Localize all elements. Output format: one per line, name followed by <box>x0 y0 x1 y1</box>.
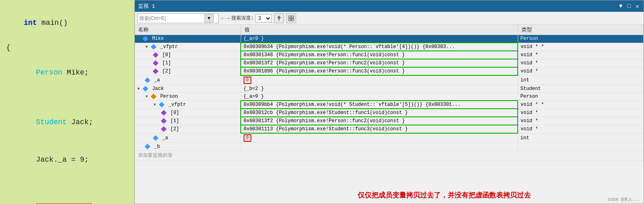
row-value[interactable]: 0x00309bb4 {Polymorphism.exe!void(* Stud… <box>241 101 518 109</box>
table-row[interactable]: _a 9 int <box>135 133 644 143</box>
node-icon <box>153 135 158 141</box>
code-line-4: Student Jack; <box>6 104 128 141</box>
watch-title: 监视 1 <box>138 2 155 10</box>
code-line-empty1 <box>6 91 128 104</box>
code-line-empty2 <box>6 178 128 191</box>
table-row[interactable]: [1] 0x003013f2 {Polymorphism.exe!Person:… <box>135 59 644 67</box>
node-icon <box>151 44 156 50</box>
expand-arrow[interactable]: ▼ <box>137 37 140 41</box>
node-icon <box>143 86 148 92</box>
row-type: int <box>518 133 644 143</box>
row-name: [0] <box>135 51 241 59</box>
table-row[interactable]: [2] 0x00301096 {Polymorphism.exe!Person:… <box>135 67 644 75</box>
keyword-int: int <box>24 19 37 27</box>
row-name: [2] <box>135 67 241 75</box>
row-type: void * <box>518 67 644 75</box>
nav-back-btn[interactable]: ← <box>221 15 224 22</box>
table-row[interactable]: [1] 0x003013f2 {Polymorphism.exe!Person:… <box>135 117 644 125</box>
row-name: _a <box>135 133 241 143</box>
row-name: ▼ Jack <box>135 85 241 93</box>
node-icon <box>153 52 158 58</box>
titlebar-controls: ▼ □ ✕ <box>618 3 640 10</box>
row-value[interactable]: 9 <box>241 75 518 85</box>
expand-arrow[interactable]: ▼ <box>145 45 148 49</box>
table-row[interactable]: ▼ Mike {_a=9 } Person <box>135 35 644 43</box>
code-line-1: int main() <box>6 4 128 42</box>
depth-label: 搜索深度: <box>231 15 254 22</box>
row-name: [1] <box>135 59 241 67</box>
table-row[interactable]: _a 9 int <box>135 75 644 85</box>
col-header-value: 值 <box>241 25 518 35</box>
row-name: ▼ Mike <box>135 35 241 43</box>
code-line-2: { <box>6 42 128 54</box>
row-value[interactable]: 0x00309b34 {Polymorphism.exe!void(* Pers… <box>241 43 518 51</box>
table-row[interactable]: ▼ Person {_a=9 } Person <box>135 93 644 101</box>
depth-select[interactable]: 3 1 2 4 5 <box>255 14 272 22</box>
row-type: Person <box>518 35 644 43</box>
table-row[interactable]: ▼ _vfptr 0x00309b34 {Polymorphism.exe!vo… <box>135 43 644 51</box>
row-type: int <box>518 75 644 85</box>
row-name: ▼ Person <box>135 93 241 101</box>
row-value[interactable]: 0x003013f2 {Polymorphism.exe!Person::fun… <box>241 59 518 67</box>
row-name: ▼ _vfptr <box>135 101 241 109</box>
row-type: void * <box>518 125 644 133</box>
svg-rect-4 <box>292 16 294 18</box>
node-icon <box>145 77 150 83</box>
add-watch-label[interactable]: 添加要监视的项 <box>135 151 644 160</box>
sdxn-tag: SSDN @本人... <box>608 196 641 202</box>
row-value[interactable]: 0x00301348 {Polymorphism.exe!Person::fun… <box>241 51 518 59</box>
table-row[interactable]: [0] 0x003012cb {Polymorphism.exe!Student… <box>135 109 644 117</box>
row-value[interactable]: {_a=9 } <box>241 93 518 101</box>
row-value[interactable]: 0x00301113 {Polymorphism.exe!Student::fu… <box>241 125 518 133</box>
row-value[interactable]: {_a=9 } <box>241 35 518 43</box>
row-type: void * <box>518 109 644 117</box>
watch-toolbar: ▼ ← → 搜索深度: 3 1 2 4 5 <box>135 12 644 25</box>
row-type: void * <box>518 51 644 59</box>
row-value[interactable]: 0x00301096 {Polymorphism.exe!Person::fun… <box>241 67 518 75</box>
code-panel: int main() { Person Mike; Student Jack; … <box>0 0 134 204</box>
search-dropdown-btn[interactable]: ▼ <box>204 14 213 22</box>
svg-rect-5 <box>289 19 291 21</box>
code-line-5: Jack._a = 9; <box>6 141 128 179</box>
expand-arrow[interactable]: ▼ <box>145 94 148 99</box>
node-icon <box>145 144 150 149</box>
search-box[interactable]: ▼ <box>137 13 219 23</box>
search-input[interactable] <box>139 15 204 21</box>
table-row[interactable]: ▼ Jack {_b=2 } Student <box>135 85 644 93</box>
grid-btn[interactable] <box>286 13 296 23</box>
row-type: void * * <box>518 101 644 109</box>
row-value[interactable] <box>241 143 518 151</box>
row-value[interactable]: 0x003012cb {Polymorphism.exe!Student::fu… <box>241 109 518 117</box>
add-watch-row[interactable]: 添加要监视的项 <box>135 151 644 160</box>
svg-rect-3 <box>289 16 291 18</box>
table-row[interactable]: _b <box>135 143 644 151</box>
watch-table: 名称 值 类型 ▼ Mike {_a=9 } Person <box>135 25 644 204</box>
col-header-name: 名称 <box>135 25 241 35</box>
code-line-3: Person Mike; <box>6 54 128 91</box>
table-row[interactable]: [2] 0x00301113 {Polymorphism.exe!Student… <box>135 125 644 133</box>
row-type: void * <box>518 117 644 125</box>
row-value[interactable]: {_b=2 } <box>241 85 518 93</box>
nav-forward-btn[interactable]: → <box>226 15 229 22</box>
node-icon <box>153 60 158 66</box>
row-name: [1] <box>135 117 241 125</box>
expand-arrow[interactable]: ▼ <box>154 103 156 107</box>
row-type: Person <box>518 93 644 101</box>
close-btn[interactable]: ✕ <box>635 3 640 10</box>
table-row[interactable]: ▼ _vfptr 0x00309bb4 {Polymorphism.exe!vo… <box>135 101 644 109</box>
row-name: _a <box>135 75 241 85</box>
row-value[interactable]: 9 <box>241 133 518 143</box>
row-name: [2] <box>135 125 241 133</box>
node-icon <box>143 36 148 42</box>
col-header-type: 类型 <box>518 25 644 35</box>
pin-btn[interactable] <box>274 13 284 23</box>
row-type: void * * <box>518 43 644 51</box>
restore-btn[interactable]: □ <box>626 3 632 9</box>
node-icon <box>153 68 158 74</box>
dropdown-btn[interactable]: ▼ <box>618 3 624 9</box>
row-value[interactable]: 0x003013f2 {Polymorphism.exe!Person::fun… <box>241 117 518 125</box>
row-type <box>518 143 644 151</box>
expand-arrow[interactable]: ▼ <box>137 87 140 91</box>
node-icon <box>159 102 165 107</box>
table-row[interactable]: [0] 0x00301348 {Polymorphism.exe!Person:… <box>135 51 644 59</box>
